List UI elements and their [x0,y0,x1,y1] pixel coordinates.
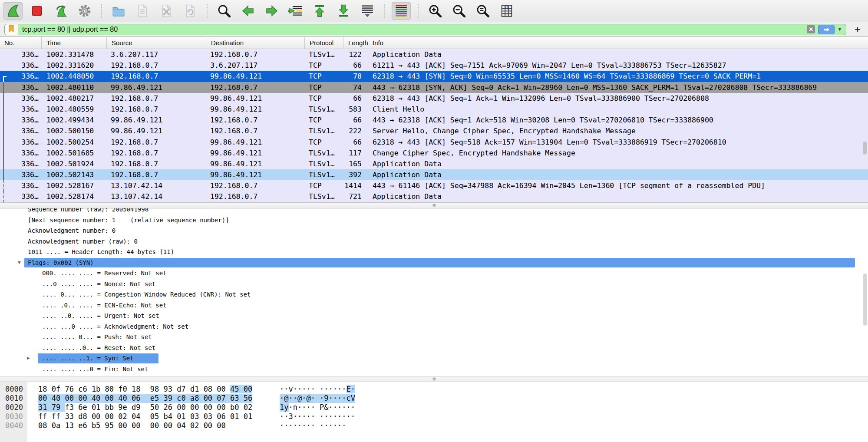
packet-row[interactable]: 336…1002.502143192.168.0.799.86.49.121TL… [0,169,868,180]
go-to-bottom-button[interactable] [334,2,353,20]
detail-bytes-splitter[interactable] [0,376,868,382]
hex-byte: 00 [204,403,217,412]
column-header-no[interactable]: No. [0,37,42,49]
detail-line[interactable]: ▶.... .... ..1. = Syn: Set [0,353,868,364]
packet-row[interactable]: 336…1002.49943499.86.49.121192.168.0.7TC… [0,115,868,125]
hex-byte: 31 [38,403,52,412]
packet-row[interactable]: 336…1002.52816713.107.42.14192.168.0.7TC… [0,180,868,191]
column-header-source[interactable]: Source [107,37,206,49]
find-packet-button[interactable] [215,2,234,20]
packet-row-selected[interactable]: 336…1002.448050192.168.0.799.86.49.121TC… [0,71,868,82]
packet-row[interactable]: 336…1002.501685192.168.0.799.86.49.121TL… [0,148,868,158]
hex-byte: 00 [105,394,119,402]
ascii-char: · [337,412,342,421]
cell-proto: TLSv1… [305,158,343,169]
detail-line[interactable]: .... .... ...0 = Fin: Not set [0,364,868,375]
packet-row[interactable]: 336…1002.331620192.168.0.73.6.207.117TCP… [0,60,868,71]
packet-row[interactable]: 336…1002.500254192.168.0.799.86.49.121TC… [0,137,868,148]
display-filter-input[interactable]: tcp.port == 80 || udp.port == 80 ✕ ➡ ▼ [4,24,846,35]
zoom-out-button[interactable] [449,2,469,20]
open-file-button[interactable] [109,2,128,20]
ascii-char: · [302,394,306,402]
go-forward-button[interactable] [262,2,281,20]
detail-line[interactable]: 1011 .... = Header Length: 44 bytes (11) [0,247,868,257]
ascii-char: · [351,385,355,393]
column-header-time[interactable]: Time [42,37,107,49]
hex-row[interactable]: 000018 0f 76 c6 1b 80 f0 18 98 93 d7 d1 … [0,385,868,394]
detail-line[interactable]: Acknowledgment number (raw): 0 [0,236,868,247]
detail-line[interactable]: Sequence number (raw): 2005041998 [0,208,868,215]
packet-row[interactable]: 336…1002.48011099.86.49.121192.168.0.7TC… [0,82,868,93]
detail-line[interactable]: Acknowledgment number: 0 [0,225,868,236]
add-filter-button[interactable]: + [851,24,864,35]
detail-line-text: ...0 .... .... = Nonce: Not set [0,279,868,290]
detail-line[interactable]: .... .... 0... = Push: Not set [0,332,868,343]
capture-options-button[interactable] [75,2,94,20]
column-header-protocol[interactable]: Protocol [305,37,343,49]
go-to-top-button[interactable] [310,2,329,20]
filter-bookmark-button[interactable] [5,24,18,35]
expander-open-icon[interactable]: ▼ [18,257,21,268]
hex-byte: 04 [177,421,190,430]
zoom-in-button[interactable] [426,2,445,20]
hex-byte: 08 [38,421,52,430]
stop-capture-button[interactable] [27,2,46,20]
packet-row[interactable]: 336…1002.50015099.86.49.121192.168.0.7TL… [0,125,868,136]
column-header-length[interactable]: Length [343,37,368,49]
filter-expression-text[interactable]: tcp.port == 80 || udp.port == 80 [18,24,807,35]
hex-row[interactable]: 002031 79 f3 6e 01 bb 9e d9 50 26 00 00 … [0,403,868,412]
packet-row[interactable]: 336…1002.52817413.107.42.14192.168.0.7TL… [0,191,868,202]
go-to-packet-button[interactable] [286,2,305,20]
hex-row[interactable]: 004008 0a 13 e6 b5 95 00 00 00 00 04 02 … [0,421,868,430]
detail-line[interactable]: ...0 .... .... = Nonce: Not set [0,279,868,290]
ascii-char: · [342,385,346,393]
hex-byte: 00 [118,421,132,430]
ascii-char: · [293,394,297,402]
ascii-char: · [333,421,337,430]
detail-line[interactable]: .... ..0. .... = Urgent: Not set [0,310,868,321]
packet-row[interactable]: 336…1002.3314783.6.207.117192.168.0.7TLS… [0,49,868,60]
resize-columns-icon [499,3,514,18]
list-detail-splitter[interactable] [0,202,868,208]
packet-row[interactable]: 336…1002.480217192.168.0.799.86.49.121TC… [0,93,868,104]
column-header-info[interactable]: Info [368,37,868,49]
hex-bytes: 31 79 f3 6e 01 bb 9e d9 50 26 00 00 00 0… [38,403,252,412]
cell-len: 117 [343,148,368,158]
hex-byte: 00 [204,394,217,402]
packet-list-scrollbar[interactable] [862,49,868,201]
resize-columns-button[interactable] [497,2,516,20]
cell-src: 192.168.0.7 [107,169,206,180]
go-back-button[interactable] [238,2,257,20]
hex-row[interactable]: 001000 40 00 00 40 00 40 06 e5 39 c0 a8 … [0,394,868,403]
ascii-char: y [284,403,288,412]
packet-list-scrollbar-thumb[interactable] [863,142,867,155]
hex-byte: 40 [92,394,105,402]
zoom-original-button[interactable] [473,2,492,20]
packet-row[interactable]: 336…1002.480559192.168.0.799.86.49.121TL… [0,104,868,115]
restart-capture-button[interactable] [51,2,70,20]
detail-line[interactable]: ▼Flags: 0x002 (SYN) [0,257,868,268]
clear-filter-button[interactable]: ✕ [807,25,815,33]
detail-line[interactable]: [Next sequence number: 1 (relative seque… [0,215,868,226]
ascii-char: · [311,421,315,430]
hex-row[interactable]: 0030ff ff 33 d8 00 00 02 04 05 b4 01 03 … [0,412,868,421]
ascii-char: · [280,421,284,430]
apply-filter-button[interactable]: ➡ [818,25,835,34]
colorize-button[interactable] [392,2,411,20]
detail-line[interactable]: .... .0.. .... = ECN-Echo: Not set [0,300,868,311]
hex-byte: 00 [132,421,145,430]
auto-scroll-button[interactable] [358,2,377,20]
ascii-char: 3 [289,412,293,421]
expander-closed-icon[interactable]: ▶ [27,353,30,364]
cell-time: 1002.500150 [42,125,107,136]
filter-history-caret-icon[interactable]: ▼ [838,27,842,32]
detail-line[interactable]: .... 0... .... = Congestion Window Reduc… [0,289,868,300]
detail-line[interactable]: 000. .... .... = Reserved: Not set [0,268,868,279]
go-back-icon [241,3,255,18]
cell-dst: 192.168.0.7 [206,125,305,136]
column-header-destination[interactable]: Destination [206,37,305,49]
start-capture-button[interactable] [3,2,23,20]
packet-row[interactable]: 336…1002.501924192.168.0.799.86.49.121TL… [0,158,868,169]
detail-line[interactable]: .... ...0 .... = Acknowledgment: Not set [0,321,868,332]
detail-line[interactable]: .... .... .0.. = Reset: Not set [0,343,868,353]
